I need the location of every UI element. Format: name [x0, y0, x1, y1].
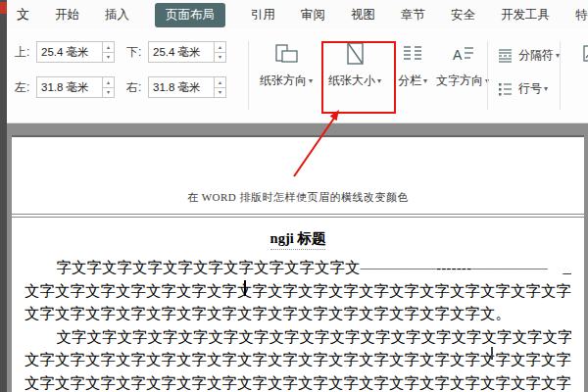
stepper-down-icon[interactable]: ▾: [103, 52, 114, 63]
margin-top-field: 上: 25.4 毫米 ▴ ▾: [15, 41, 115, 63]
text-line: 文字文字文字文字文字文字文字文字文字文字文字文字文字文字文字文字文字文字文字文字…: [24, 279, 571, 303]
margin-right-stepper[interactable]: ▴ ▾: [214, 77, 225, 97]
document-title: ngji 标题: [270, 229, 326, 250]
stepper-down-icon[interactable]: ▾: [103, 87, 114, 98]
app-window: 文 开始 插入 页面布局 引用 审阅 视图 章节 安全 开发工具 特 上: 25…: [0, 0, 588, 392]
document-body: 字文字文字文字文字文字文字文字文字文字文—————-------————— __…: [12, 256, 584, 392]
text-line: 文字文字文字文字文字文字文字文字文字文字文字文字文字文字文字文字文字文: [24, 325, 571, 349]
file-menu-partial[interactable]: 文: [17, 6, 29, 24]
line-numbers-button[interactable]: 行号▾: [497, 80, 548, 97]
annotation-highlight-box: [321, 41, 396, 114]
text-direction-button[interactable]: A 文字方向▾: [434, 39, 491, 89]
text-direction-icon: A: [449, 39, 476, 69]
breaks-icon: [497, 47, 514, 64]
tab-references[interactable]: 引用: [251, 7, 275, 24]
tab-insert[interactable]: 插入: [105, 7, 129, 24]
stepper-down-icon[interactable]: ▾: [215, 52, 225, 63]
page-layout-ribbon: 上: 25.4 毫米 ▴ ▾ 下: 25.4 毫米 ▴ ▾: [7, 29, 588, 123]
tab-dev-tools[interactable]: 开发工具: [501, 7, 550, 24]
svg-text:A: A: [453, 47, 463, 63]
stepper-up-icon[interactable]: ▴: [215, 77, 225, 87]
text-caret: [244, 280, 246, 296]
app-logo-sliver: [0, 2, 7, 14]
margin-top-stepper[interactable]: ▴ ▾: [102, 42, 114, 62]
document-workspace: 在 WORD 排版时怎样使页眉的横线改变颜色 ngji 标题 字文字文字文字文字…: [7, 122, 588, 392]
margin-left-field: 左: 31.8 毫米 ▴ ▾: [15, 76, 115, 98]
margin-top-label: 上:: [15, 44, 36, 61]
paper-orientation-icon: [272, 39, 300, 69]
breaks-button[interactable]: 分隔符▾: [497, 47, 560, 64]
margin-left-stepper[interactable]: ▴ ▾: [102, 77, 114, 97]
margin-bottom-stepper[interactable]: ▴ ▾: [214, 42, 225, 62]
tab-review[interactable]: 审阅: [301, 7, 325, 24]
margins-group: 上: 25.4 毫米 ▴ ▾ 下: 25.4 毫米 ▴ ▾: [15, 41, 226, 98]
tab-page-layout[interactable]: 页面布局: [155, 3, 225, 27]
margin-left-label: 左:: [15, 79, 36, 96]
mouse-ibeam-pointer: [491, 347, 493, 360]
columns-button[interactable]: 分栏▾: [391, 39, 434, 89]
tab-home[interactable]: 开始: [55, 7, 79, 24]
tab-view[interactable]: 视图: [351, 7, 375, 24]
page-header-text: 在 WORD 排版时怎样使页眉的横线改变颜色: [12, 190, 584, 205]
title-row: ngji 标题: [12, 229, 584, 250]
tab-section[interactable]: 章节: [401, 7, 425, 24]
stepper-up-icon[interactable]: ▴: [103, 42, 114, 52]
text-line: 文字文字文字文字文字文字文字文字文字文字文字文字文字文字文字文。: [24, 302, 571, 325]
dropdown-arrow-icon: ▾: [544, 84, 548, 93]
columns-icon: [400, 39, 425, 69]
margin-right-input[interactable]: 31.8 毫米 ▴ ▾: [148, 76, 226, 98]
background-icon: [581, 39, 588, 69]
ribbon-tab-bar: 文 开始 插入 页面布局 引用 审阅 视图 章节 安全 开发工具 特: [7, 0, 588, 30]
dropdown-arrow-icon: ▾: [309, 76, 313, 85]
paper-orientation-button[interactable]: 纸张方向▾: [258, 39, 315, 89]
margin-right-field: 右: 31.8 毫米 ▴ ▾: [126, 76, 226, 98]
document-page[interactable]: 在 WORD 排版时怎样使页眉的横线改变颜色 ngji 标题 字文字文字文字文字…: [12, 135, 584, 392]
tab-security[interactable]: 安全: [451, 7, 475, 24]
text-line: 文字文字文字文字文字文字文字文字文字文字文字文字文字文字文字文字文字文字文字文字…: [24, 371, 571, 392]
margin-right-label: 右:: [126, 79, 148, 96]
text-line: 文字文字文字文字文字文字文字文字文字文字文字文字文字文字文字文字文字文字文字文字…: [24, 348, 571, 371]
group-separator: [487, 41, 488, 110]
stepper-down-icon[interactable]: ▾: [215, 87, 225, 98]
margin-bottom-field: 下: 25.4 毫米 ▴ ▾: [126, 41, 226, 63]
stepper-up-icon[interactable]: ▴: [103, 77, 114, 87]
stepper-up-icon[interactable]: ▴: [215, 42, 225, 52]
margin-bottom-label: 下:: [126, 44, 148, 61]
margin-top-input[interactable]: 25.4 毫米 ▴ ▾: [36, 41, 115, 63]
line-numbers-icon: [497, 80, 514, 97]
window-edge: [0, 0, 7, 392]
tab-special-partial[interactable]: 特: [575, 7, 588, 24]
header-rule-line: [12, 214, 584, 218]
background-button-partial[interactable]: 背: [569, 39, 588, 89]
group-separator: [560, 41, 561, 110]
margin-bottom-input[interactable]: 25.4 毫米 ▴ ▾: [148, 41, 226, 63]
margin-left-input[interactable]: 31.8 毫米 ▴ ▾: [36, 76, 115, 98]
group-separator: [248, 41, 249, 110]
dropdown-arrow-icon: ▾: [423, 76, 427, 85]
text-line: 字文字文字文字文字文字文字文字文字文字文—————-------————— __…: [24, 256, 571, 279]
